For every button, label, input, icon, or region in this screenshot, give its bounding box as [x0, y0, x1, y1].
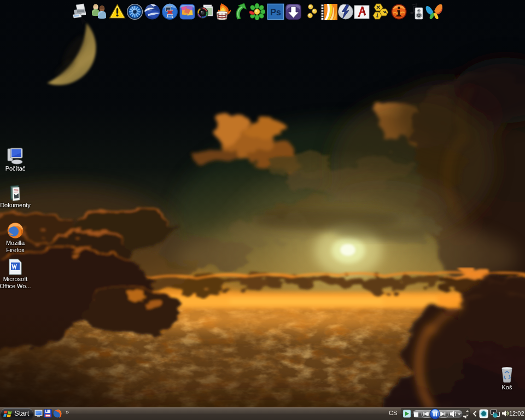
svg-text:Ps: Ps — [270, 8, 281, 17]
